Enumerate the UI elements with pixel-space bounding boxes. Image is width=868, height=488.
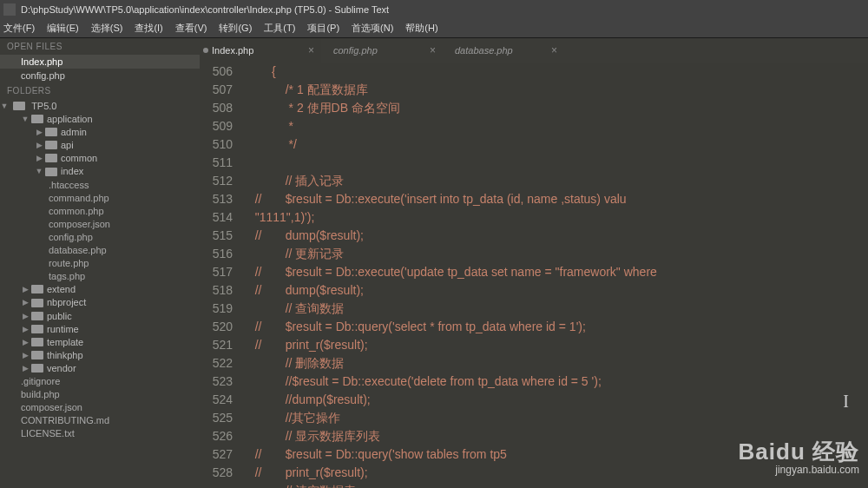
file-item[interactable]: build.php xyxy=(0,387,200,400)
folder-icon xyxy=(31,364,43,373)
menu-item[interactable]: 转到(G) xyxy=(219,22,252,35)
folder-item[interactable]: ▶api xyxy=(0,138,200,151)
folder-icon xyxy=(31,325,43,333)
editor-area: Index.php×config.php×database.php× 506 5… xyxy=(200,38,868,488)
folders-header: FOLDERS xyxy=(0,82,200,99)
folder-icon xyxy=(31,338,43,346)
folder-icon xyxy=(31,299,43,307)
folder-item[interactable]: ▶thinkphp xyxy=(0,348,200,361)
chevron-right-icon: ▶ xyxy=(21,338,30,346)
folder-root[interactable]: ▼ TP5.0 xyxy=(0,99,200,112)
folder-item[interactable]: ▶runtime xyxy=(0,322,200,335)
editor-tab[interactable]: database.php× xyxy=(443,38,564,63)
folder-item[interactable]: ▶common xyxy=(0,151,200,164)
code-editor[interactable]: 506 507 508 509 510 511 512 513 514 515 … xyxy=(200,63,868,488)
folder-item[interactable]: ▶extend xyxy=(0,282,200,295)
open-file-item[interactable]: config.php xyxy=(0,69,200,82)
folder-item[interactable]: ▼application xyxy=(0,112,200,125)
folder-icon xyxy=(31,312,43,320)
folder-item[interactable]: ▶template xyxy=(0,335,200,348)
app-icon xyxy=(3,3,16,16)
folder-item[interactable]: ▶vendor xyxy=(0,361,200,374)
editor-tab[interactable]: config.php× xyxy=(321,38,443,63)
chevron-right-icon: ▶ xyxy=(21,351,30,359)
chevron-right-icon: ▶ xyxy=(35,128,43,136)
chevron-down-icon: ▼ xyxy=(35,167,43,175)
tabbar: Index.php×config.php×database.php× xyxy=(200,38,868,63)
window-titlebar: D:\phpStudy\WWW\TP5.0\application\index\… xyxy=(0,0,868,19)
open-file-item[interactable]: Index.php xyxy=(0,55,200,69)
folder-item[interactable]: ▶admin xyxy=(0,125,200,138)
folder-item[interactable]: ▼index xyxy=(0,164,200,177)
file-item[interactable]: common.php xyxy=(0,204,200,217)
chevron-right-icon: ▶ xyxy=(21,312,30,320)
menu-item[interactable]: 项目(P) xyxy=(307,22,339,35)
chevron-right-icon: ▶ xyxy=(35,141,43,149)
sidebar: OPEN FILES Index.phpconfig.php FOLDERS ▼… xyxy=(0,38,200,488)
folder-icon xyxy=(31,351,43,359)
text-cursor-icon: I xyxy=(843,392,849,411)
editor-tab[interactable]: Index.php× xyxy=(200,38,321,63)
open-files-header: OPEN FILES xyxy=(0,38,200,55)
file-item[interactable]: composer.json xyxy=(0,400,200,413)
file-item[interactable]: composer.json xyxy=(0,217,200,230)
folder-item[interactable]: ▶nbproject xyxy=(0,295,200,308)
chevron-right-icon: ▶ xyxy=(21,325,30,333)
line-gutter: 506 507 508 509 510 511 512 513 514 515 … xyxy=(200,63,245,488)
file-item[interactable]: LICENSE.txt xyxy=(0,426,200,439)
folder-icon xyxy=(45,141,57,149)
file-item[interactable]: .htaccess xyxy=(0,178,200,191)
folder-icon xyxy=(45,168,57,176)
chevron-down-icon: ▼ xyxy=(0,102,9,110)
chevron-right-icon: ▶ xyxy=(21,285,30,293)
dirty-dot-icon xyxy=(203,48,208,53)
menu-item[interactable]: 帮助(H) xyxy=(405,22,437,35)
chevron-right-icon: ▶ xyxy=(21,364,30,373)
window-title: D:\phpStudy\WWW\TP5.0\application\index\… xyxy=(21,4,389,15)
file-item[interactable]: .gitignore xyxy=(0,374,200,387)
chevron-right-icon: ▶ xyxy=(21,298,30,307)
menu-item[interactable]: 查看(V) xyxy=(175,22,207,35)
file-item[interactable]: command.php xyxy=(0,191,200,204)
close-icon[interactable]: × xyxy=(551,44,557,56)
chevron-down-icon: ▼ xyxy=(21,115,30,123)
menubar: 文件(F)编辑(E)选择(S)查找(I)查看(V)转到(G)工具(T)项目(P)… xyxy=(0,19,868,38)
file-item[interactable]: config.php xyxy=(0,230,200,243)
menu-item[interactable]: 查找(I) xyxy=(135,22,162,35)
code-lines[interactable]: { /* 1 配置数据库 * 2 使用DB 命名空间 * */ // 插入记录 … xyxy=(245,63,868,488)
folder-icon xyxy=(45,154,57,162)
file-item[interactable]: route.php xyxy=(0,256,200,269)
folder-icon xyxy=(13,102,25,110)
menu-item[interactable]: 工具(T) xyxy=(264,22,295,35)
close-icon[interactable]: × xyxy=(308,44,314,56)
folder-icon xyxy=(31,285,43,293)
menu-item[interactable]: 首选项(N) xyxy=(352,22,393,35)
folder-icon xyxy=(45,128,57,136)
file-item[interactable]: database.php xyxy=(0,243,200,256)
folder-item[interactable]: ▶public xyxy=(0,309,200,322)
file-item[interactable]: tags.php xyxy=(0,269,200,282)
close-icon[interactable]: × xyxy=(430,44,436,56)
menu-item[interactable]: 编辑(E) xyxy=(47,22,79,35)
chevron-right-icon: ▶ xyxy=(35,154,43,162)
menu-item[interactable]: 文件(F) xyxy=(3,22,35,35)
menu-item[interactable]: 选择(S) xyxy=(91,22,123,35)
folder-icon xyxy=(31,115,43,123)
file-item[interactable]: CONTRIBUTING.md xyxy=(0,413,200,426)
